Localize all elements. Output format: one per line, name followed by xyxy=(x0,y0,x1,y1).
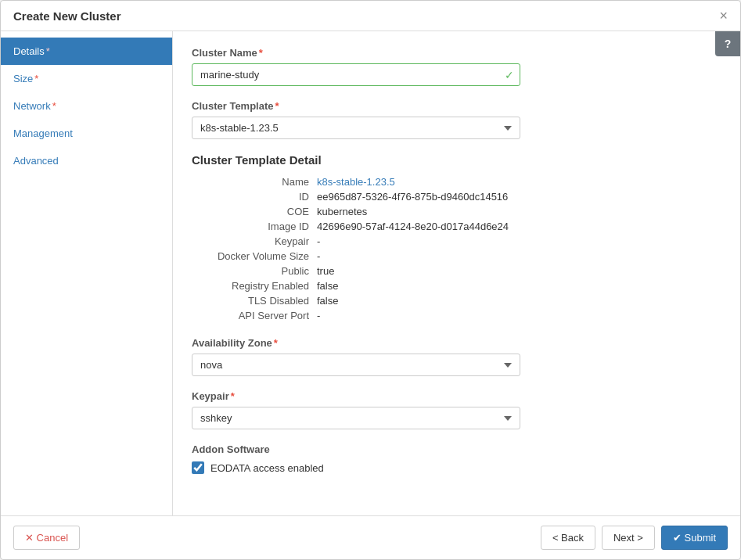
create-cluster-dialog: Create New Cluster × Details*Size*Networ… xyxy=(0,0,741,560)
detail-row: COEkubernetes xyxy=(192,204,721,219)
sidebar: Details*Size*Network*ManagementAdvanced xyxy=(1,31,173,515)
detail-row: Publictrue xyxy=(192,264,721,278)
dialog-title: Create New Cluster xyxy=(13,9,121,23)
cluster-template-detail: Cluster Template Detail Namek8s-stable-1… xyxy=(192,153,721,323)
cancel-button[interactable]: ✕ Cancel xyxy=(13,526,80,550)
sidebar-item-details[interactable]: Details* xyxy=(1,38,172,65)
cluster-template-select[interactable]: k8s-stable-1.23.5 xyxy=(192,117,520,139)
cluster-template-label: Cluster Template* xyxy=(192,100,721,112)
sidebar-item-advanced[interactable]: Advanced xyxy=(1,147,172,174)
content-area: ? Cluster Name* ✓ Cluster Template* k8s-… xyxy=(173,31,740,515)
detail-row: Namek8s-stable-1.23.5 xyxy=(192,174,721,189)
cluster-name-input[interactable] xyxy=(192,63,520,86)
submit-button[interactable]: ✔ Submit xyxy=(661,526,728,550)
cluster-template-group: Cluster Template* k8s-stable-1.23.5 xyxy=(192,100,721,139)
cluster-name-label: Cluster Name* xyxy=(192,47,721,59)
addon-software-group: Addon Software EODATA access enabled xyxy=(192,443,721,474)
keypair-select[interactable]: sshkey xyxy=(192,407,520,429)
addon-software-label: Addon Software xyxy=(192,443,721,455)
cluster-name-input-wrapper: ✓ xyxy=(192,63,520,86)
sidebar-item-size[interactable]: Size* xyxy=(1,65,172,92)
cluster-name-group: Cluster Name* ✓ xyxy=(192,47,721,86)
detail-section-title: Cluster Template Detail xyxy=(192,153,721,167)
detail-row: IDee965d87-5326-4f76-875b-d9460dc14516 xyxy=(192,189,721,204)
detail-table: Namek8s-stable-1.23.5IDee965d87-5326-4f7… xyxy=(192,174,721,323)
eodata-checkbox[interactable] xyxy=(192,461,204,474)
detail-row: Registry Enabledfalse xyxy=(192,278,721,293)
detail-row: Image ID42696e90-57af-4124-8e20-d017a44d… xyxy=(192,219,721,234)
availability-zone-group: Availability Zone* nova xyxy=(192,337,721,376)
help-button[interactable]: ? xyxy=(715,31,740,56)
dialog-header: Create New Cluster × xyxy=(1,1,740,31)
availability-zone-label: Availability Zone* xyxy=(192,337,721,349)
check-icon: ✓ xyxy=(505,69,514,81)
sidebar-item-network[interactable]: Network* xyxy=(1,92,172,120)
keypair-label: Keypair* xyxy=(192,390,721,402)
detail-row: Keypair- xyxy=(192,234,721,249)
eodata-row: EODATA access enabled xyxy=(192,461,721,474)
availability-zone-select[interactable]: nova xyxy=(192,354,520,376)
detail-row: Docker Volume Size- xyxy=(192,249,721,264)
back-button[interactable]: < Back xyxy=(541,526,595,550)
eodata-label[interactable]: EODATA access enabled xyxy=(210,462,324,474)
detail-row: TLS Disabledfalse xyxy=(192,293,721,308)
keypair-group: Keypair* sshkey xyxy=(192,390,721,429)
detail-row: API Server Port- xyxy=(192,308,721,323)
footer-right: < Back Next > ✔ Submit xyxy=(541,526,728,550)
next-button[interactable]: Next > xyxy=(602,526,655,550)
dialog-body: Details*Size*Network*ManagementAdvanced … xyxy=(1,31,740,515)
close-button[interactable]: × xyxy=(719,9,728,23)
dialog-footer: ✕ Cancel < Back Next > ✔ Submit xyxy=(1,515,740,559)
sidebar-item-management[interactable]: Management xyxy=(1,120,172,147)
